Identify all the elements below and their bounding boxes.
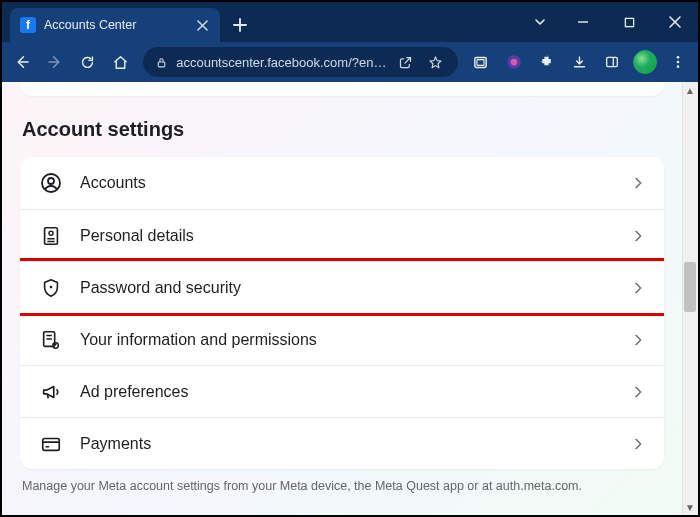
settings-item-password-security[interactable]: Password and security <box>20 261 664 313</box>
address-bar[interactable]: accountscenter.facebook.com/?en… <box>143 47 458 77</box>
home-button[interactable] <box>106 46 135 78</box>
svg-point-12 <box>48 178 54 184</box>
tab-search-button[interactable] <box>520 2 560 42</box>
chevron-right-icon <box>630 280 646 296</box>
extensions-icon[interactable] <box>532 46 561 78</box>
chevron-right-icon <box>630 175 646 191</box>
back-button[interactable] <box>8 46 37 78</box>
chevron-right-icon <box>630 384 646 400</box>
svg-point-17 <box>50 285 53 288</box>
footer-text: Manage your Meta account settings from y… <box>20 469 664 493</box>
accounts-icon <box>38 170 64 196</box>
svg-rect-1 <box>158 61 165 66</box>
scroll-down-icon[interactable]: ▼ <box>682 499 698 515</box>
scrollbar[interactable]: ▲ ▼ <box>682 82 698 515</box>
settings-item-personal-details[interactable]: Personal details <box>20 209 664 261</box>
share-icon[interactable] <box>394 55 416 70</box>
settings-item-payments[interactable]: Payments <box>20 417 664 469</box>
window-minimize-button[interactable] <box>560 2 606 42</box>
card-top-fragment <box>20 82 664 96</box>
settings-item-label: Personal details <box>80 227 630 245</box>
scrollbar-thumb[interactable] <box>684 262 696 312</box>
tab-close-icon[interactable] <box>194 17 210 33</box>
svg-rect-24 <box>43 438 60 450</box>
extension-icon-1[interactable] <box>499 46 528 78</box>
svg-point-22 <box>55 343 57 345</box>
settings-item-info-permissions[interactable]: Your information and permissions <box>20 313 664 365</box>
svg-line-23 <box>47 393 48 398</box>
settings-item-label: Password and security <box>80 279 630 297</box>
browser-tab[interactable]: f Accounts Center <box>10 8 220 42</box>
browser-toolbar: accountscenter.facebook.com/?en… <box>2 42 698 82</box>
viewport: Account settings Accounts Personal det <box>2 82 698 515</box>
info-permissions-icon <box>38 327 64 353</box>
settings-item-label: Your information and permissions <box>80 331 630 349</box>
downloads-icon[interactable] <box>565 46 594 78</box>
settings-item-label: Payments <box>80 435 630 453</box>
settings-list: Accounts Personal details <box>20 157 664 469</box>
reload-button[interactable] <box>74 46 103 78</box>
settings-item-label: Accounts <box>80 174 630 192</box>
settings-item-label: Ad preferences <box>80 383 630 401</box>
personal-details-icon <box>38 223 64 249</box>
new-tab-button[interactable] <box>226 11 254 39</box>
window-close-button[interactable] <box>652 2 698 42</box>
profile-avatar[interactable] <box>630 46 659 78</box>
svg-point-8 <box>676 56 679 59</box>
tab-title: Accounts Center <box>44 18 186 32</box>
chevron-right-icon <box>630 436 646 452</box>
svg-point-9 <box>676 61 679 64</box>
svg-point-10 <box>676 65 679 68</box>
megaphone-icon <box>38 379 64 405</box>
menu-icon[interactable] <box>663 46 692 78</box>
settings-item-accounts[interactable]: Accounts <box>20 157 664 209</box>
svg-rect-3 <box>477 59 484 65</box>
window-maximize-button[interactable] <box>606 2 652 42</box>
svg-rect-6 <box>607 57 618 66</box>
reading-list-icon[interactable] <box>466 46 495 78</box>
window-controls <box>520 2 698 42</box>
titlebar: f Accounts Center <box>2 2 698 42</box>
lock-icon <box>155 56 168 69</box>
facebook-favicon: f <box>20 17 36 33</box>
chevron-right-icon <box>630 332 646 348</box>
svg-point-14 <box>49 231 53 235</box>
section-title: Account settings <box>22 118 662 141</box>
side-panel-icon[interactable] <box>598 46 627 78</box>
shield-icon <box>38 275 64 301</box>
svg-point-5 <box>510 59 517 66</box>
settings-item-ad-preferences[interactable]: Ad preferences <box>20 365 664 417</box>
scroll-up-icon[interactable]: ▲ <box>682 82 698 98</box>
url-text: accountscenter.facebook.com/?en… <box>176 55 386 70</box>
chevron-right-icon <box>630 228 646 244</box>
page-content: Account settings Accounts Personal det <box>2 82 682 515</box>
forward-button[interactable] <box>41 46 70 78</box>
credit-card-icon <box>38 431 64 457</box>
svg-rect-0 <box>625 18 633 26</box>
bookmark-star-icon[interactable] <box>424 55 446 70</box>
browser-window: f Accounts Center <box>2 2 698 515</box>
